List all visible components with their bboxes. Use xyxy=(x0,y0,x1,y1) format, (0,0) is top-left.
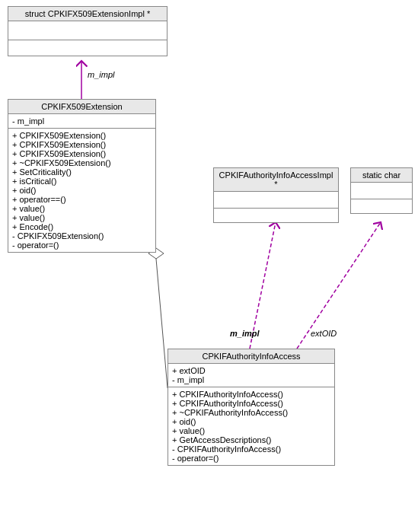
cpkifx509ext-fields: - m_impl xyxy=(8,114,155,129)
cpkifx509ext-box: CPKIFX509Extension - m_impl + CPKIFX509E… xyxy=(8,99,156,253)
extoid-label: extOID xyxy=(311,329,337,338)
staticchar-methods xyxy=(351,199,412,213)
cpkifx509ext-methods: + CPKIFX509Extension() + CPKIFX509Extens… xyxy=(8,129,155,252)
cpkifx509impl-methods xyxy=(8,40,167,56)
cpkifauthinfoimpl-methods xyxy=(214,209,338,222)
cpkifauthinfoaccess-methods: + CPKIFAuthorityInfoAccess() + CPKIFAuth… xyxy=(168,387,334,465)
cpkifx509impl-box: struct CPKIFX509ExtensionImpl * xyxy=(8,6,168,56)
diagram-container: struct CPKIFX509ExtensionImpl * m_impl C… xyxy=(0,0,418,532)
staticchar-box: static char xyxy=(350,167,413,214)
cpkifx509impl-fields xyxy=(8,21,167,40)
staticchar-title: static char xyxy=(351,168,412,183)
mimpl-top-label: m_impl xyxy=(88,70,114,79)
cpkifx509impl-title: struct CPKIFX509ExtensionImpl * xyxy=(8,7,167,21)
cpkifauthinfoimpl-title: CPKIFAuthorityInfoAccessImpl * xyxy=(214,168,338,192)
svg-line-2 xyxy=(297,222,381,349)
mimpl-bottom-label: m_impl xyxy=(230,329,260,338)
cpkifauthinfoimpl-box: CPKIFAuthorityInfoAccessImpl * xyxy=(213,167,339,223)
staticchar-fields xyxy=(351,183,412,199)
cpkifauthinfoaccess-fields: + extOID - m_impl xyxy=(168,364,334,387)
cpkifauthinfoimpl-fields xyxy=(214,192,338,209)
cpkifx509ext-title: CPKIFX509Extension xyxy=(8,100,155,114)
cpkifauthinfoaccess-title: CPKIFAuthorityInfoAccess xyxy=(168,349,334,364)
cpkifauthinfoaccess-box: CPKIFAuthorityInfoAccess + extOID - m_im… xyxy=(168,349,335,466)
svg-line-3 xyxy=(156,259,168,388)
